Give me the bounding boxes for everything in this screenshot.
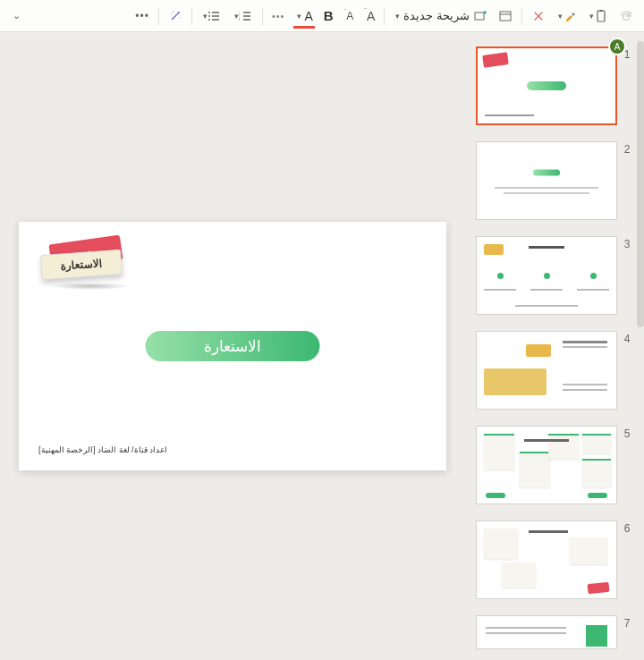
font-shrink-label: A	[346, 10, 353, 22]
svg-rect-2	[500, 12, 511, 21]
designer-button[interactable]	[165, 4, 186, 29]
more-options-button[interactable]: •••	[131, 4, 153, 29]
thumbnail-number: 3	[621, 236, 633, 250]
thumbnail-slide-1[interactable]	[476, 47, 617, 125]
decorative-tag: شرح الاستعارة	[37, 240, 126, 280]
thumbnail-number: 2	[621, 141, 633, 156]
thumbnail-row: 1 A	[469, 47, 633, 125]
bold-label: B	[324, 8, 334, 23]
thumbnail-slide-3[interactable]	[476, 236, 617, 315]
font-grow-label: A	[367, 9, 375, 23]
svg-text:3: 3	[239, 17, 241, 21]
number-list-button[interactable]: 123 ▾	[229, 4, 257, 29]
format-painter-button[interactable]: ▾	[553, 4, 580, 29]
redo-button[interactable]	[615, 4, 637, 29]
thumbnail-slide-7[interactable]	[476, 615, 617, 649]
separator	[384, 7, 385, 25]
svg-point-11	[178, 12, 180, 13]
slide-editor[interactable]: شرح الاستعارة الاستعارة اعداد قناة/ لغة …	[0, 32, 465, 660]
layout-button[interactable]	[495, 4, 516, 29]
svg-rect-4	[475, 13, 484, 20]
color-swatch	[293, 26, 314, 29]
separator	[158, 7, 159, 25]
chevron-down-icon: ▾	[203, 12, 208, 21]
thumbnail-number: 5	[621, 426, 633, 440]
scrollbar-track[interactable]	[637, 41, 644, 660]
new-slide-icon	[473, 9, 487, 23]
wand-icon	[168, 9, 182, 23]
thumbnail-slide-6[interactable]	[476, 520, 617, 599]
credit-text: اعداد قناة/ لغة الضاد [الرخصة المهنية]	[38, 445, 167, 454]
thumbnail-number: 4	[621, 331, 633, 345]
svg-point-10	[208, 19, 210, 21]
ellipsis-icon: •••	[272, 11, 285, 21]
ellipsis-icon: •••	[135, 10, 149, 22]
thumbnail-slide-4[interactable]	[476, 331, 617, 410]
thumbnail-row: 6	[469, 520, 633, 599]
tag-front-label: الاستعارة	[40, 250, 123, 280]
chevron-down-icon: ▾	[558, 12, 563, 21]
number-list-icon: 123	[239, 9, 253, 23]
thumbnail-row: 5	[469, 426, 633, 504]
bold-button[interactable]: B	[320, 4, 337, 29]
collapse-ribbon-button[interactable]: ⌄	[7, 4, 24, 29]
thumbnail-row: 7	[469, 615, 633, 649]
title-pill: الاستعارة	[146, 331, 320, 361]
author-badge: A	[608, 38, 626, 55]
separator	[191, 7, 192, 25]
chevron-down-icon: ▾	[297, 12, 301, 21]
author-initial: A	[614, 42, 621, 52]
x-icon	[531, 9, 546, 23]
more-font-button[interactable]: •••	[268, 4, 289, 29]
brush-icon	[563, 9, 577, 23]
thumbnail-number: 6	[621, 520, 633, 535]
font-shrink-button[interactable]: A ˇ	[341, 4, 358, 29]
font-color-button[interactable]: A ▾	[292, 4, 316, 29]
svg-rect-1	[599, 10, 603, 12]
svg-point-8	[208, 12, 210, 13]
chevron-down-icon: ▾	[395, 12, 400, 21]
thumbnail-slide-2[interactable]	[476, 141, 617, 220]
layout-icon	[498, 9, 513, 23]
svg-point-9	[208, 15, 210, 17]
separator	[521, 7, 522, 25]
chevron-down-icon: ⌄	[13, 10, 21, 21]
delete-button[interactable]	[528, 4, 549, 29]
clipboard-icon	[594, 9, 608, 23]
thumbnail-row: 2	[469, 141, 633, 220]
new-slide-label: شريحة جديدة	[400, 9, 473, 22]
scrollbar-thumb[interactable]	[637, 41, 644, 327]
chevron-down-icon: ▾	[234, 12, 239, 21]
thumbnail-number: 7	[621, 615, 633, 630]
redo-icon	[619, 9, 633, 23]
thumbnail-row: 4	[469, 331, 633, 410]
title-text: الاستعارة	[204, 337, 261, 356]
bullet-list-button[interactable]: ▾	[198, 4, 225, 29]
font-color-label: A	[304, 9, 312, 23]
new-slide-button[interactable]: شريحة جديدة ▾	[390, 4, 491, 29]
current-slide[interactable]: شرح الاستعارة الاستعارة اعداد قناة/ لغة …	[19, 222, 446, 470]
thumbnail-slide-5[interactable]	[476, 426, 617, 504]
separator	[262, 7, 263, 25]
thumbnail-panel: 1 A 2 3	[465, 32, 644, 660]
font-grow-button[interactable]: A ˆ	[360, 4, 378, 29]
bullet-list-icon	[208, 9, 222, 23]
chevron-down-icon: ▾	[589, 12, 594, 21]
thumbnail-row: 3	[469, 236, 633, 315]
paste-button[interactable]: ▾	[584, 4, 612, 29]
tag-shadow	[50, 283, 131, 290]
svg-rect-0	[597, 11, 605, 21]
toolbar: ▾ ▾ شريحة جديدة ▾ A ˆ A ˇ B A ▾	[0, 0, 644, 32]
